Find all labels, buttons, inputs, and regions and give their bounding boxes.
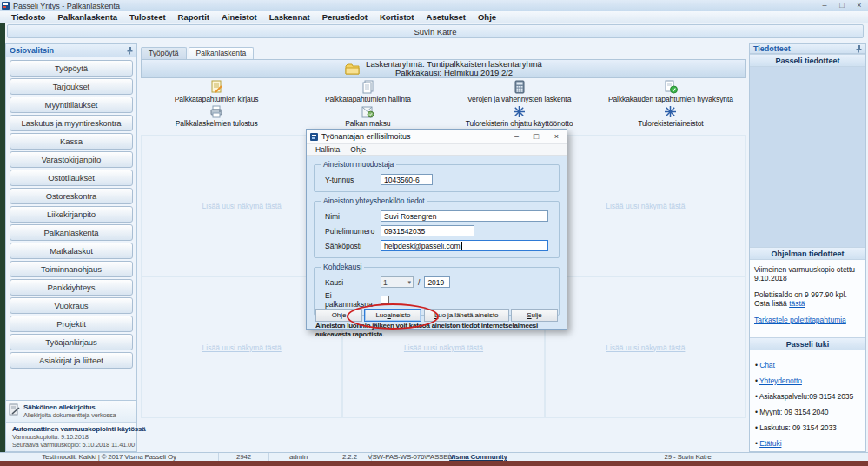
app-icon bbox=[2, 2, 10, 10]
add-view-link[interactable]: Lisää uusi näkymä tästä bbox=[202, 343, 282, 352]
dialog-menu-hallinta[interactable]: Hallinta bbox=[310, 144, 345, 155]
puhelinnumero-label: Puhelinnumero bbox=[325, 227, 381, 236]
dialog-menu-ohje[interactable]: Ohje bbox=[345, 144, 371, 155]
shortcut-label: Tulorekisterin ohjattu käyttöönotto bbox=[466, 119, 573, 128]
status-bar: Testimoodit: Kaikki | © 2017 Visma Passe… bbox=[0, 452, 868, 461]
pin-icon[interactable] bbox=[856, 45, 862, 53]
backup-tile-line1: Varmuuskopioitu: 9.10.2018 bbox=[12, 433, 146, 441]
shortcut-tapahtumien-hyvaksynta[interactable]: Palkkakauden tapahtumien hyväksyntä bbox=[595, 80, 746, 103]
status-username: admin bbox=[269, 453, 328, 461]
close-icon[interactable]: × bbox=[547, 130, 567, 144]
sidebar-item[interactable]: Matkalaskut bbox=[10, 243, 133, 259]
buy-tokens-link[interactable]: tästä bbox=[789, 299, 805, 308]
module-selector-panel: Osiovalitsin Työpöytä Tarjoukset Myyntit… bbox=[5, 43, 137, 452]
document-check-icon bbox=[664, 80, 678, 94]
workspace-tabs: Työpöytä Palkanlaskenta bbox=[141, 47, 254, 59]
sidebar-item[interactable]: Työpöytä bbox=[10, 60, 133, 77]
menu-item-tulosteet[interactable]: Tulosteet bbox=[123, 11, 172, 23]
sidebar-item[interactable]: Tarjoukset bbox=[10, 78, 133, 95]
y-tunnus-input[interactable] bbox=[381, 174, 433, 185]
menu-item-aineistot[interactable]: Aineistot bbox=[215, 11, 263, 23]
luo-ja-laheta-aineisto-button[interactable]: Luo ja lähetä aineisto bbox=[424, 309, 509, 322]
module-selector-header: Osiovalitsin bbox=[6, 44, 136, 57]
main-menubar: Tiedosto Palkanlaskenta Tulosteet Raport… bbox=[0, 11, 868, 23]
ohjelman-tiedotteet-header[interactable]: Ohjelman tiedotteet bbox=[750, 247, 865, 260]
nimi-input[interactable] bbox=[381, 210, 548, 222]
shortcut-verojen-laskenta[interactable]: Verojen ja vähennysten laskenta bbox=[444, 80, 595, 103]
ohje-button[interactable]: Ohje bbox=[315, 309, 362, 322]
sidebar-item[interactable]: Ostoreskontra bbox=[10, 188, 133, 204]
menu-item-tiedosto[interactable]: Tiedosto bbox=[5, 11, 51, 23]
add-view-link[interactable]: Lisää uusi näkymä tästä bbox=[606, 202, 685, 210]
vuosi-input[interactable] bbox=[424, 276, 450, 288]
luo-aineisto-button[interactable]: Luo aineisto bbox=[364, 309, 421, 322]
sidebar-item[interactable]: Asiakirjat ja liitteet bbox=[10, 352, 133, 369]
tab-tyopoyta[interactable]: Työpöytä bbox=[141, 47, 187, 59]
menu-item-raportit[interactable]: Raportit bbox=[172, 11, 215, 23]
backup-tile-title: Automaattinen varmuuskopiointi käytössä bbox=[12, 425, 146, 433]
minimize-icon[interactable]: – bbox=[507, 130, 527, 144]
group-aineiston-muodostaja: Aineiston muodostaja Y-tunnus bbox=[314, 164, 560, 192]
sidebar-item[interactable]: Myyntitilaukset bbox=[10, 97, 133, 113]
sidebar-item[interactable]: Toiminnanohjaus bbox=[10, 261, 133, 277]
shortcut-palkkatapahtumien-hallinta[interactable]: Palkkatapahtumien hallinta bbox=[292, 80, 443, 103]
minimize-icon[interactable]: – bbox=[816, 0, 833, 11]
sidebar-item[interactable]: Työajankirjaus bbox=[10, 334, 133, 350]
shortcut-palkan-maksu[interactable]: Palkan maksu bbox=[292, 105, 443, 128]
dialog-menubar: Hallinta Ohje bbox=[307, 144, 567, 156]
group-legend: Kohdekausi bbox=[321, 263, 364, 271]
dashboard-cell: Lisää uusi näkymä tästä bbox=[545, 276, 746, 418]
sahkoposti-input[interactable]: helpdesk@passeli.com bbox=[381, 240, 548, 251]
menu-item-laskennat[interactable]: Laskennat bbox=[263, 11, 316, 23]
visma-community-link[interactable]: Visma Community bbox=[449, 453, 507, 461]
passeli-tuki-header[interactable]: Passeli tuki bbox=[750, 337, 865, 350]
menu-item-kortistot[interactable]: Kortistot bbox=[374, 11, 421, 23]
signature-icon bbox=[9, 403, 20, 416]
sidebar-item[interactable]: Vuokraus bbox=[10, 297, 133, 314]
pin-icon[interactable] bbox=[127, 47, 133, 55]
sidebar-item[interactable]: Ostotilaukset bbox=[10, 170, 133, 186]
sidebar-item[interactable]: Pankkiyhteys bbox=[10, 279, 133, 296]
group-header-line2: Palkkakausi: Helmikuu 2019 2/2 bbox=[366, 69, 542, 77]
tab-palkanlaskenta[interactable]: Palkanlaskenta bbox=[189, 47, 255, 59]
window-title: Passeli Yritys - Palkanlaskenta bbox=[13, 2, 120, 10]
contact-link[interactable]: Yhteydenotto bbox=[759, 376, 802, 385]
shortcut-tulorekisteriaineistot[interactable]: Tulorekisteriaineistot bbox=[595, 105, 746, 128]
menu-item-palkanlaskenta[interactable]: Palkanlaskenta bbox=[51, 11, 123, 23]
menu-item-asetukset[interactable]: Asetukset bbox=[421, 11, 472, 23]
sidebar-item[interactable]: Varastokirjanpito bbox=[10, 151, 133, 168]
backup-tile[interactable]: Automaattinen varmuuskopiointi käytössä … bbox=[6, 423, 136, 451]
add-view-link[interactable]: Lisää uusi näkymä tästä bbox=[404, 343, 483, 352]
sidebar-item[interactable]: Laskutus ja myyntireskontra bbox=[10, 115, 133, 131]
passeli-tiedotteet-header[interactable]: Passeli tiedotteet bbox=[750, 54, 865, 67]
group-legend: Aineiston muodostaja bbox=[321, 161, 396, 169]
maximize-icon[interactable]: □ bbox=[833, 0, 851, 11]
shortcut-tulorekisterin-kayttoonotto[interactable]: Tulorekisterin ohjattu käyttöönotto bbox=[444, 105, 595, 128]
sidebar-item[interactable]: Kassa bbox=[10, 133, 133, 150]
menu-item-perustiedot[interactable]: Perustiedot bbox=[316, 11, 374, 23]
printer-icon bbox=[209, 105, 223, 118]
ei-palkanmaksua-checkbox[interactable] bbox=[381, 296, 389, 304]
shortcut-label: Palkkatapahtumien hallinta bbox=[325, 95, 411, 103]
sidebar-item[interactable]: Liikekirjanpito bbox=[10, 206, 133, 223]
puhelinnumero-input[interactable] bbox=[381, 225, 474, 236]
kausi-select[interactable]: 1▾ bbox=[381, 276, 414, 288]
maximize-icon[interactable]: □ bbox=[527, 130, 547, 144]
menu-item-ohje[interactable]: Ohje bbox=[472, 11, 502, 23]
module-list: Työpöytä Tarjoukset Myyntitilaukset Lask… bbox=[6, 57, 136, 370]
shortcut-palkkalaskelmien-tulostus[interactable]: Palkkalaskelmien tulostus bbox=[141, 105, 292, 128]
shortcut-palkkatapahtumien-kirjaus[interactable]: Palkkatapahtumien kirjaus bbox=[141, 80, 292, 103]
add-view-link[interactable]: Lisää uusi näkymä tästä bbox=[606, 343, 685, 352]
sulje-button[interactable]: Sulje bbox=[511, 309, 558, 322]
add-view-link[interactable]: Lisää uusi näkymä tästä bbox=[202, 202, 282, 210]
chat-link[interactable]: Chat bbox=[759, 361, 775, 369]
ei-palkanmaksua-label: Ei palkanmaksua bbox=[325, 291, 381, 309]
sidebar-item[interactable]: Projektit bbox=[10, 316, 133, 332]
sidebar-item[interactable]: Palkanlaskenta bbox=[10, 224, 133, 241]
module-selector-title: Osiovalitsin bbox=[10, 46, 54, 55]
signature-tile[interactable]: Sähköinen allekirjoitus Allekirjoita dok… bbox=[6, 401, 136, 423]
close-icon[interactable]: × bbox=[851, 0, 868, 11]
token-events-link[interactable]: Tarkastele polettitapahtumia bbox=[754, 316, 846, 324]
remote-support-link[interactable]: Etätuki bbox=[759, 439, 781, 448]
shortcut-label: Palkkalaskelmien tulostus bbox=[176, 119, 258, 128]
